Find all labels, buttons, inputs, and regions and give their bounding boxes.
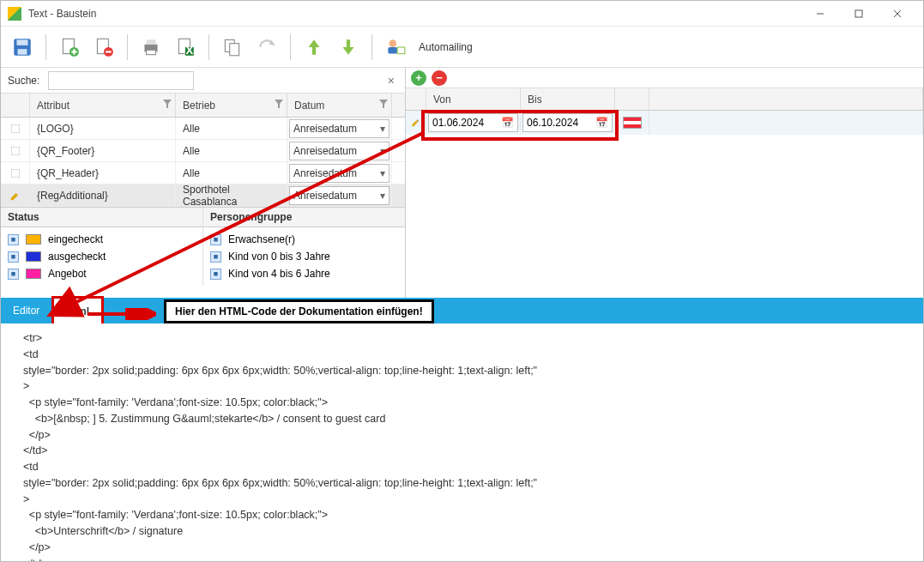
grid-row[interactable]: {QR_Header}AlleAnreisedatum▾: [1, 162, 405, 184]
save-button[interactable]: [8, 33, 37, 62]
datum-combo[interactable]: Anreisedatum▾: [289, 119, 390, 138]
persons-panel: Personengruppe ■Erwachsene(r)■Kind von 0…: [203, 208, 405, 286]
status-label: ausgecheckt: [48, 251, 106, 263]
person-item[interactable]: ■Erwachsene(r): [208, 231, 400, 248]
main-toolbar: X Automailing: [1, 27, 923, 68]
svg-rect-6: [18, 49, 27, 54]
checkbox-icon[interactable]: ■: [8, 269, 19, 280]
app-logo-icon: [8, 7, 21, 21]
filter-panels: Status ■eingecheckt■ausgecheckt■Angebot …: [1, 207, 405, 286]
move-up-button[interactable]: [299, 33, 329, 62]
cell-betrieb: Alle: [176, 162, 287, 184]
row-marker-icon: [11, 124, 20, 133]
datum-combo[interactable]: Anreisedatum▾: [289, 164, 390, 183]
svg-rect-21: [230, 43, 239, 55]
tab-editor[interactable]: Editor: [1, 298, 51, 323]
svg-rect-25: [388, 47, 397, 54]
checkbox-icon[interactable]: ■: [8, 251, 19, 263]
calendar-icon[interactable]: 📅: [595, 117, 608, 129]
minimize-button[interactable]: [800, 1, 839, 27]
date-row[interactable]: 01.06.2024 📅 06.10.2024 📅: [406, 111, 923, 135]
person-label: Erwachsene(r): [228, 233, 295, 245]
svg-rect-32: [11, 147, 20, 155]
von-date-input[interactable]: 01.06.2024 📅: [428, 113, 518, 132]
export-excel-button[interactable]: X: [171, 33, 200, 62]
von-value: 01.06.2024: [432, 117, 484, 129]
html-code-editor[interactable]: <tr> <td style="border: 2px solid;paddin…: [1, 323, 923, 561]
redo-arrow-icon[interactable]: [252, 33, 281, 62]
svg-rect-33: [11, 169, 20, 178]
svg-marker-23: [343, 39, 354, 54]
person-item[interactable]: ■Kind von 4 bis 6 Jahre: [208, 265, 400, 282]
col-betrieb[interactable]: Betrieb: [176, 94, 287, 117]
svg-rect-27: [397, 47, 405, 54]
row-marker-icon: [11, 169, 20, 178]
status-panel: Status ■eingecheckt■ausgecheckt■Angebot: [1, 208, 203, 286]
search-input[interactable]: [48, 71, 194, 90]
col-datum[interactable]: Datum: [287, 94, 392, 117]
edit-pencil-icon: [411, 117, 420, 129]
status-header: Status: [1, 208, 202, 227]
add-row-button[interactable]: +: [411, 70, 426, 86]
window-title: Text - Baustein: [28, 8, 800, 20]
bis-value: 06.10.2024: [527, 117, 578, 129]
datum-combo[interactable]: Anreisedatum▾: [289, 142, 390, 160]
svg-marker-22: [309, 39, 320, 54]
clear-search-icon[interactable]: ×: [384, 74, 398, 88]
grid-header: Attribut Betrieb Datum: [1, 94, 405, 118]
tab-html[interactable]: Html: [51, 296, 104, 323]
flag-austria-icon: [623, 117, 642, 129]
person-item[interactable]: ■Kind von 0 bis 3 Jahre: [208, 248, 400, 265]
new-document-button[interactable]: [55, 33, 84, 62]
checkbox-icon[interactable]: ■: [210, 251, 221, 263]
delete-document-button[interactable]: [89, 33, 118, 62]
close-button[interactable]: [878, 1, 916, 27]
calendar-icon[interactable]: 📅: [501, 117, 514, 129]
chevron-down-icon: ▾: [380, 123, 385, 135]
automailing-label[interactable]: Automailing: [419, 41, 473, 53]
title-bar: Text - Baustein: [1, 1, 923, 27]
status-item[interactable]: ■ausgecheckt: [6, 248, 197, 265]
cell-betrieb: Alle: [176, 140, 287, 161]
cell-betrieb: Sporthotel Casablanca: [176, 184, 287, 206]
move-down-button[interactable]: [334, 33, 363, 62]
remove-row-button[interactable]: −: [432, 70, 447, 86]
edit-pencil-icon: [9, 190, 21, 202]
date-grid-header: Von Bis: [406, 88, 923, 111]
person-label: Kind von 4 bis 6 Jahre: [228, 268, 330, 280]
print-button[interactable]: [136, 33, 166, 62]
color-swatch: [26, 269, 41, 279]
filter-icon[interactable]: [163, 99, 172, 111]
grid-row[interactable]: {RegAdditional}Sporthotel CasablancaAnre…: [1, 184, 405, 207]
filter-icon[interactable]: [379, 99, 388, 111]
maximize-button[interactable]: [839, 1, 878, 27]
svg-rect-1: [855, 10, 862, 17]
copy-button[interactable]: [218, 33, 247, 62]
col-von[interactable]: Von: [426, 88, 521, 110]
datum-combo[interactable]: Anreisedatum▾: [289, 186, 390, 205]
filter-icon[interactable]: [275, 99, 283, 111]
svg-marker-30: [379, 100, 388, 108]
checkbox-icon[interactable]: ■: [8, 234, 19, 245]
status-item[interactable]: ■Angebot: [6, 265, 197, 282]
checkbox-icon[interactable]: ■: [210, 269, 221, 280]
svg-marker-29: [275, 100, 283, 108]
color-swatch: [26, 251, 41, 262]
svg-rect-15: [147, 39, 156, 44]
cell-betrieb: Alle: [176, 118, 287, 139]
right-toolbar: + −: [406, 68, 923, 88]
row-marker-icon: [11, 147, 20, 155]
search-label: Suche:: [8, 75, 39, 87]
status-item[interactable]: ■eingecheckt: [6, 231, 197, 248]
persons-header: Personengruppe: [203, 208, 405, 227]
grid-row[interactable]: {LOGO}AlleAnreisedatum▾: [1, 118, 405, 140]
person-label: Kind von 0 bis 3 Jahre: [228, 251, 330, 263]
bis-date-input[interactable]: 06.10.2024 📅: [522, 113, 613, 132]
automailing-icon[interactable]: [381, 33, 410, 62]
grid-row[interactable]: {QR_Footer}AlleAnreisedatum▾: [1, 140, 405, 162]
window-controls: [800, 1, 916, 27]
editor-tabs: Editor Html Hier den HTML-Code der Dokum…: [1, 298, 923, 323]
col-bis[interactable]: Bis: [521, 88, 615, 110]
col-attribut[interactable]: Attribut: [30, 94, 176, 117]
checkbox-icon[interactable]: ■: [210, 234, 221, 245]
